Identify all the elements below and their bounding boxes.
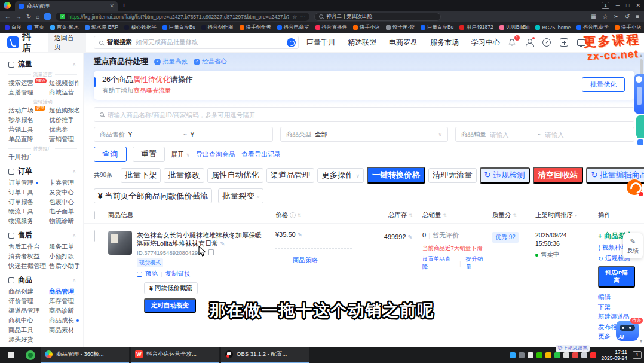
bookmark-item[interactable]: BG75_home [535, 25, 571, 30]
sidebar-section-goods[interactable]: 商品∧ [8, 275, 83, 285]
tray-icon[interactable] [554, 352, 560, 358]
bookmark-item[interactable]: 抖音电商罗 [277, 24, 309, 31]
bookmark-item[interactable]: 首页·聚水 [50, 24, 79, 31]
tab-close-icon[interactable]: ✕ [109, 3, 114, 9]
select-all-checkbox[interactable] [94, 211, 95, 219]
sidebar-item-marketing-tools[interactable]: 营销工具 [8, 125, 49, 135]
bookmark-item[interactable]: 首页 [27, 24, 44, 31]
sidebar-item-aftersale-helper[interactable]: 售后小助手 [49, 261, 83, 271]
convert-price-button[interactable]: 一键转换价格 [367, 167, 425, 184]
sidebar-item-live-mgmt[interactable]: 直播管理 [8, 88, 49, 97]
price-min-input[interactable] [136, 131, 180, 138]
dashboard-gauge-icon[interactable] [542, 38, 551, 47]
sidebar-item-goods-tools[interactable]: 商品工具 [8, 325, 49, 335]
back-icon[interactable]: ← [5, 13, 11, 20]
sidebar-item-express-intercept[interactable]: 快递拦截管理 [8, 261, 49, 271]
sidebar-item-order-report[interactable]: 订单报备 [8, 197, 49, 207]
sidebar-item-goods-create[interactable]: 商品创建 [8, 287, 49, 297]
query-button[interactable]: 查询 [94, 147, 127, 162]
nav-jingxuan[interactable]: 精选联盟 [348, 38, 376, 48]
taskbar-app-browser[interactable]: 商品管理 - 360极... [41, 347, 129, 363]
scroll-down-icon[interactable]: ▾ [640, 338, 642, 344]
export-goods-link[interactable]: 导出查询商品 [196, 150, 235, 159]
sidebar-item-package-center[interactable]: 包裹中心 [49, 197, 83, 207]
sidebar-item-e-waybill[interactable]: 电子面单 [49, 207, 83, 216]
add-widget-icon[interactable] [560, 38, 568, 47]
bookmark-item[interactable]: 快手小店 [353, 24, 380, 31]
floating-service-widget[interactable] [636, 115, 644, 138]
sidebar-item-order-tools[interactable]: 订单工具 [8, 188, 49, 197]
clock[interactable]: 17:112025-09-24 [602, 349, 627, 361]
product-image[interactable] [108, 231, 132, 255]
screenshot-icon[interactable]: ✂ [614, 13, 618, 20]
sidebar-item-mall-ops[interactable]: 商城运营 [49, 88, 83, 97]
floating-activity-widget[interactable] [634, 74, 644, 114]
batch-offshelf-button[interactable]: 批量下架 [121, 168, 161, 183]
sidebar-item-flashsale[interactable]: 秒杀报名 [8, 115, 49, 125]
sidebar-item-supervalue[interactable]: 超值购报名 [49, 106, 83, 115]
bookmark-item[interactable]: 用户491872 [459, 24, 493, 31]
sidebar-item-service-ticket[interactable]: 服务工单 [49, 242, 83, 252]
sidebar-item-marketing-mgmt[interactable]: 营销管理 [49, 135, 83, 144]
sales-max-input[interactable] [545, 131, 589, 138]
edit-icon[interactable]: ✎ [220, 240, 225, 247]
batch-optimize-button[interactable]: 批量优化 [582, 77, 625, 92]
col-sales[interactable]: 总销量 ⇅ [413, 211, 487, 219]
bookmark-item[interactable]: 快手创作者 [240, 24, 272, 31]
tray-icon-wechat[interactable] [536, 352, 542, 358]
menu-icon[interactable]: ≡ [636, 13, 639, 20]
home-icon[interactable]: ⌂ [36, 13, 39, 20]
sidebar-item-small-payment[interactable]: 小额打款 [49, 252, 83, 261]
taskbar-app-obs[interactable]: OBS 31.1.2 - 配置... [221, 347, 309, 363]
same-lowprice-button[interactable]: ¥同款低价截流 [144, 282, 198, 294]
tray-icon[interactable] [528, 352, 533, 358]
copy-icon[interactable] [207, 251, 211, 255]
tray-icon-network[interactable] [581, 352, 587, 358]
url-omnibox[interactable]: ✓ https://fxg.jinritemai.com/ffa/g/list?… [56, 13, 309, 21]
boost-sales-link[interactable]: 提升销量 [466, 255, 487, 271]
clean-noflow-button[interactable]: 清理无流量 [428, 168, 477, 183]
sidebar-item-coupon[interactable]: 优惠券 [49, 125, 83, 135]
ai-search-icon[interactable] [287, 38, 296, 47]
sidebar-item-search-ops[interactable]: 搜索运营NEW [8, 78, 49, 88]
extension-icon[interactable] [44, 13, 51, 20]
bookmark-item[interactable]: 聚水潭 ERP [85, 24, 118, 31]
sidebar-item-logistics-service[interactable]: 物流服务 [8, 216, 49, 226]
sidebar-item-goods-mgmt[interactable]: 商品管理 [49, 287, 83, 297]
doudian-logo[interactable]: 抖店 [7, 31, 41, 54]
bookmark-item[interactable]: 抖音直播伴 [315, 24, 348, 31]
bookmark-item[interactable]: 巨量百应Bu [421, 24, 453, 31]
more-actions-button[interactable]: 更多操作 ∨ [317, 168, 364, 183]
app-search-box[interactable]: 智能搜索 如何完成商品批量修改 [94, 36, 299, 49]
sidebar-section-order[interactable]: 订单∧ [8, 166, 83, 176]
col-stock[interactable]: 总库存 ⇅ [356, 211, 413, 219]
account-icon[interactable] [525, 38, 533, 47]
maximize-button[interactable]: □ [626, 2, 629, 8]
col-quality[interactable]: 质量分 ⇅ [487, 211, 535, 219]
sidebar-item-goods-material[interactable]: 商品素材 [49, 325, 83, 335]
sales-range-filter[interactable]: 商品销量 ~ [455, 127, 634, 142]
sidebar-item-order-mgmt[interactable]: 订单管理 [8, 178, 49, 188]
pinned-app-icon[interactable] [26, 350, 35, 360]
apps-grid-icon[interactable]: ▦ [591, 13, 596, 20]
browser-tab[interactable]: 商品管理 ✕ [15, 1, 118, 11]
bookmark-item[interactable]: 抖音电商学 [576, 24, 609, 31]
taskbar-app-wps[interactable]: W抖音小店运营全攻... [131, 347, 219, 363]
sidebar-item-consumer-rights[interactable]: 消费者权益 [8, 252, 49, 261]
bookmark-item[interactable]: 快手小店 [615, 24, 642, 31]
sidebar-item-card-coupon[interactable]: 卡券管理 [49, 178, 83, 188]
minimize-button[interactable]: ─ [616, 2, 620, 8]
edit-icon[interactable]: ✎ [298, 231, 302, 238]
sidebar-item-activity-plaza[interactable]: 活动广场双11 [8, 106, 49, 115]
batch-fission-button[interactable]: 批量裂变 » [218, 188, 263, 203]
bookmark-item[interactable]: 贝贝BiliBili [499, 24, 530, 31]
sidebar-item-aftersale-bench[interactable]: 售后工作台 [8, 242, 49, 252]
row-checkbox[interactable] [94, 230, 95, 242]
goods-search-field[interactable] [94, 107, 634, 122]
sidebar-item-short-video[interactable]: 短视频创作 [49, 78, 83, 88]
batch-edit-button[interactable]: 批量修改 [164, 168, 204, 183]
sidebar-section-aftersale[interactable]: 售后∧ [8, 230, 83, 240]
bookmark-item[interactable]: 巨量百应Bu [162, 24, 195, 31]
nav-luopan[interactable]: 电商罗盘 [389, 38, 418, 48]
profile-badge[interactable]: 1 [602, 2, 609, 9]
